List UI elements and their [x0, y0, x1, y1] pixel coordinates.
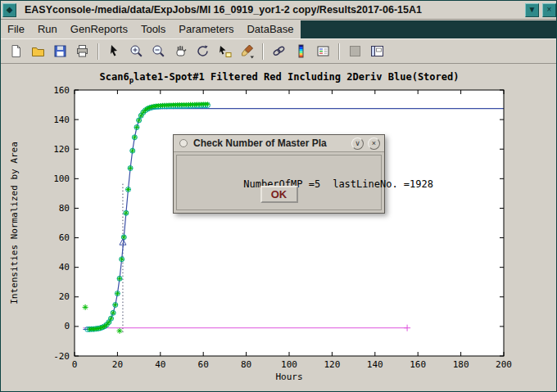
insert-legend-icon [315, 43, 331, 59]
svg-text:200: 200 [496, 359, 512, 370]
show-plot-tools-icon [369, 43, 385, 59]
svg-text:80: 80 [59, 203, 70, 214]
link-plot-button[interactable] [269, 41, 289, 61]
app-window: ◆ EASYconsole-/media/data/ExpJobs/MI 16_… [0, 0, 557, 392]
svg-text:140: 140 [53, 115, 70, 125]
zoom-out-icon [151, 43, 166, 59]
show-plot-tools-button[interactable] [367, 41, 387, 61]
menu-genreports[interactable]: GenReports [64, 20, 134, 38]
save-figure-button[interactable] [50, 41, 70, 61]
svg-text:20: 20 [59, 291, 70, 302]
hide-plot-tools-button[interactable] [345, 41, 365, 61]
print-figure-icon [75, 43, 90, 59]
svg-text:100: 100 [53, 173, 70, 184]
zoom-in-button[interactable] [126, 41, 147, 61]
svg-text:20: 20 [112, 359, 123, 370]
svg-text:0: 0 [64, 321, 70, 331]
menu-parameters[interactable]: Parameters [172, 20, 240, 38]
brush-data-icon [239, 43, 255, 59]
svg-text:160: 160 [53, 85, 70, 96]
svg-text:120: 120 [324, 359, 340, 370]
svg-text:180: 180 [453, 359, 469, 370]
svg-text:-20: -20 [53, 351, 70, 362]
dialog-titlebar[interactable]: Check Number of Master Pla ∨ × [174, 135, 384, 152]
dialog-window-icon [179, 139, 188, 147]
dialog-title: Check Number of Master Pla [193, 137, 347, 149]
svg-text:0: 0 [72, 359, 78, 370]
svg-text:80: 80 [241, 359, 251, 370]
insert-colorbar-icon [293, 43, 309, 59]
svg-text:160: 160 [410, 359, 426, 370]
svg-text:60: 60 [59, 232, 70, 243]
zoom-in-icon [129, 43, 144, 59]
open-file-button[interactable] [28, 41, 48, 61]
svg-text:Intensities Normalized by Area: Intensities Normalized by Area [9, 142, 20, 304]
pan-hand-icon [173, 43, 188, 59]
ok-button[interactable]: OK [260, 186, 298, 203]
dialog-check-number-of-master-plates: Check Number of Master Pla ∨ × NumberOfM… [173, 134, 385, 214]
svg-text:40: 40 [59, 262, 70, 273]
dialog-message-part2: lastLineNo. =1928 [333, 178, 433, 190]
pan-hand-button[interactable] [170, 41, 191, 61]
menu-tools[interactable]: Tools [134, 20, 172, 38]
menu-run[interactable]: Run [31, 20, 64, 38]
toolbar-separator [97, 43, 99, 60]
data-cursor-button[interactable] [215, 41, 235, 61]
figure-canvas: Scan6plate1-Spot#1 Filtered Red Includin… [1, 64, 557, 392]
window-title: EASYconsole-/media/data/ExpJobs/MI 16_09… [18, 4, 523, 16]
dialog-minimize-button[interactable]: ∨ [351, 137, 364, 150]
toolbar-separator [262, 43, 264, 60]
svg-text:100: 100 [281, 359, 297, 370]
rotate-3d-icon [195, 43, 211, 59]
save-figure-icon [52, 43, 68, 59]
minimize-button[interactable]: ▼ [525, 3, 539, 17]
dialog-close-button[interactable]: × [368, 137, 380, 150]
menubar: File Run GenReports Tools Parameters Dat… [1, 20, 557, 38]
svg-text:40: 40 [155, 359, 165, 370]
svg-text:120: 120 [53, 144, 70, 155]
edit-pointer-button[interactable] [104, 41, 125, 61]
print-figure-button[interactable] [72, 41, 93, 61]
titlebar[interactable]: ◆ EASYconsole-/media/data/ExpJobs/MI 16_… [1, 1, 557, 20]
dialog-message: NumberOfMP =5lastLineNo. =1928 [184, 167, 433, 201]
dialog-body: NumberOfMP =5lastLineNo. =1928 OK [176, 155, 382, 210]
data-cursor-icon [217, 43, 233, 59]
svg-text:60: 60 [198, 359, 209, 370]
svg-text:Hours: Hours [275, 372, 302, 382]
link-plot-icon [271, 43, 287, 59]
window-menu-icon[interactable]: ◆ [2, 3, 16, 17]
chart-svg: 020406080100120140160180200-200204060801… [1, 64, 557, 392]
menubar-filler [301, 20, 557, 38]
menu-file[interactable]: File [1, 20, 31, 38]
menu-database[interactable]: DataBase [240, 20, 300, 38]
rotate-3d-button[interactable] [192, 41, 213, 61]
zoom-out-button[interactable] [148, 41, 169, 61]
close-button[interactable]: × [542, 3, 556, 17]
toolbar-separator [338, 43, 340, 60]
insert-legend-button[interactable] [313, 41, 333, 61]
new-figure-button[interactable] [6, 41, 26, 61]
svg-text:140: 140 [367, 359, 383, 370]
toolbar [1, 38, 557, 64]
brush-data-button[interactable] [237, 41, 257, 61]
edit-pointer-icon [106, 43, 122, 59]
open-file-icon [30, 43, 46, 59]
hide-plot-tools-icon [347, 43, 363, 59]
new-figure-icon [8, 43, 24, 59]
insert-colorbar-button[interactable] [291, 41, 311, 61]
